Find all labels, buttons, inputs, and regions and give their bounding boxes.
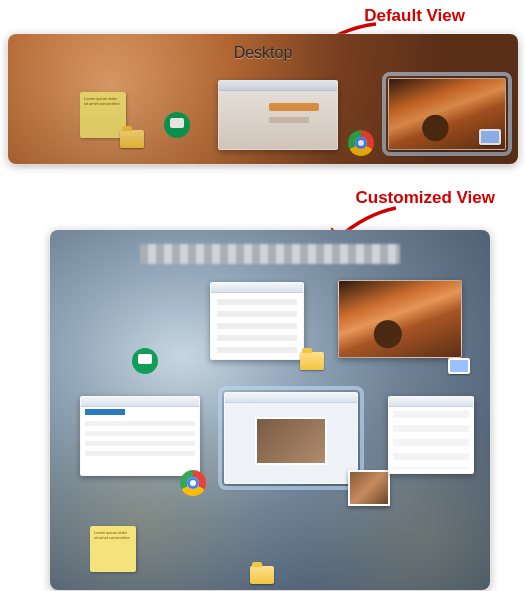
alt-tab-default-panel: Desktop Lorem ipsum dolor sit amet conse… <box>8 34 518 164</box>
explorer-window-thumb[interactable] <box>388 396 474 474</box>
annotation-customized-view: Customized View <box>356 188 496 208</box>
browser-window-thumb[interactable] <box>80 396 200 476</box>
panel-title: Desktop <box>8 44 518 62</box>
browser-window-thumb[interactable] <box>218 80 338 150</box>
hangouts-icon[interactable] <box>132 348 158 374</box>
thumbnail-container: Lorem ipsum dolor sit amet consectetur <box>50 230 490 590</box>
desktop-thumb[interactable] <box>388 78 506 150</box>
folder-icon[interactable] <box>300 352 324 370</box>
app-window-thumb[interactable] <box>210 282 304 360</box>
screenshot-window-thumb[interactable] <box>224 392 358 484</box>
sticky-note-thumb[interactable]: Lorem ipsum dolor sit amet consectetur <box>80 92 126 138</box>
hangouts-icon[interactable] <box>164 112 190 138</box>
annotation-default-view: Default View <box>364 6 465 26</box>
monitor-icon <box>448 358 470 374</box>
alt-tab-custom-panel: Lorem ipsum dolor sit amet consectetur <box>50 230 490 590</box>
folder-icon[interactable] <box>250 566 274 584</box>
chrome-icon[interactable] <box>348 130 374 156</box>
sticky-note-thumb[interactable]: Lorem ipsum dolor sit amet consectetur <box>90 526 136 572</box>
chrome-icon[interactable] <box>180 470 206 496</box>
folder-icon[interactable] <box>120 130 144 148</box>
thumbnail-container: Lorem ipsum dolor sit amet consectetur <box>8 34 518 164</box>
monitor-icon <box>479 129 501 145</box>
desktop-thumb[interactable] <box>338 280 462 358</box>
image-file-icon[interactable] <box>348 470 390 506</box>
